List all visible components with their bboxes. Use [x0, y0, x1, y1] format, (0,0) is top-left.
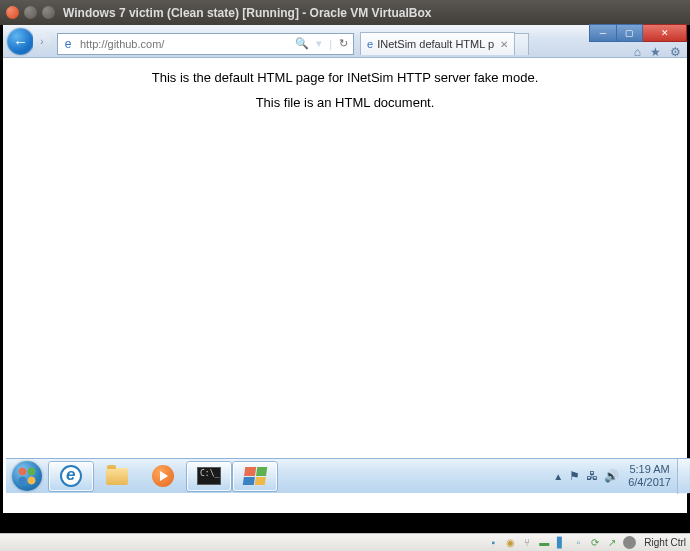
tray-overflow-icon[interactable]: ▲ — [550, 471, 566, 482]
vb-optical-icon[interactable]: ◉ — [503, 536, 517, 550]
host-close-button[interactable] — [6, 6, 19, 19]
folder-icon — [106, 468, 128, 485]
ie-toolbar: ─ ▢ ✕ ← › e 🔍 ▾ | ↻ — [3, 25, 687, 58]
virtualbox-statusbar: ▪ ◉ ⑂ ▬ ▋ ▫ ⟳ ↗ Right Ctrl — [0, 533, 690, 551]
windows-flag-icon — [243, 467, 268, 485]
show-desktop-button[interactable] — [677, 459, 689, 494]
vb-usb-icon[interactable]: ⑂ — [520, 536, 534, 550]
tab-title: INetSim default HTML page — [377, 38, 494, 50]
ie-minimize-button[interactable]: ─ — [589, 24, 617, 42]
tray-network-icon[interactable]: 🖧 — [583, 469, 601, 483]
host-maximize-button[interactable] — [42, 6, 55, 19]
tray-date: 6/4/2017 — [628, 476, 671, 489]
address-bar-buttons: 🔍 ▾ | ↻ — [292, 37, 353, 50]
tools-icon[interactable]: ⚙ — [670, 45, 681, 59]
cmd-icon: C:\_ — [197, 467, 221, 485]
ie-window-buttons: ─ ▢ ✕ — [589, 24, 687, 42]
ie-favicon-icon: e — [58, 37, 78, 51]
taskbar-explorer[interactable] — [95, 462, 139, 491]
ie-command-bar: ⌂ ★ ⚙ — [634, 45, 681, 59]
page-line-1: This is the default HTML page for INetSi… — [3, 70, 687, 85]
taskbar-ie[interactable] — [49, 462, 93, 491]
forward-button[interactable]: › — [33, 32, 51, 50]
page-line-2: This file is an HTML document. — [3, 95, 687, 110]
start-button[interactable] — [6, 459, 48, 494]
vm-frame: ─ ▢ ✕ ← › e 🔍 ▾ | ↻ — [0, 25, 690, 533]
ie-maximize-button[interactable]: ▢ — [617, 24, 643, 42]
host-minimize-button[interactable] — [24, 6, 37, 19]
vb-recording-icon[interactable]: ⟳ — [588, 536, 602, 550]
tab-strip: e INetSim default HTML page ✕ — [360, 32, 529, 55]
ie-close-button[interactable]: ✕ — [643, 24, 687, 42]
back-button[interactable]: ← — [7, 28, 34, 55]
vm-screen: ─ ▢ ✕ ← › e 🔍 ▾ | ↻ — [3, 25, 687, 513]
taskbar-window[interactable] — [233, 462, 277, 491]
host-window-buttons — [6, 6, 55, 19]
system-tray: ▲ ⚑ 🖧 🔊 5:19 AM 6/4/2017 — [550, 459, 690, 494]
mediaplayer-icon — [152, 465, 174, 487]
windows-orb-icon — [12, 461, 42, 491]
ie-icon — [60, 465, 82, 487]
vb-shared-folders-icon[interactable]: ▋ — [554, 536, 568, 550]
vb-keyboard-icon[interactable] — [622, 536, 636, 550]
host-titlebar: Windows 7 victim (Clean state) [Running]… — [0, 0, 690, 25]
vb-network-icon[interactable]: ▬ — [537, 536, 551, 550]
tray-volume-icon[interactable]: 🔊 — [601, 469, 622, 483]
arrow-left-icon: ← — [13, 33, 28, 50]
home-icon[interactable]: ⌂ — [634, 45, 641, 59]
url-input[interactable] — [78, 34, 292, 54]
taskbar-mediaplayer[interactable] — [141, 462, 185, 491]
vb-display-icon[interactable]: ▫ — [571, 536, 585, 550]
vb-harddisk-icon[interactable]: ▪ — [486, 536, 500, 550]
tab-active[interactable]: e INetSim default HTML page ✕ — [360, 32, 515, 55]
windows-taskbar: C:\_ ▲ ⚑ 🖧 🔊 5:19 AM 6/4/2017 — [6, 458, 690, 493]
vb-mouse-integration-icon[interactable]: ↗ — [605, 536, 619, 550]
page-content: This is the default HTML page for INetSi… — [3, 58, 687, 110]
tab-favicon-icon: e — [367, 38, 373, 50]
host-title: Windows 7 victim (Clean state) [Running]… — [63, 6, 431, 20]
new-tab-button[interactable] — [515, 33, 529, 55]
tray-clock[interactable]: 5:19 AM 6/4/2017 — [622, 463, 677, 488]
favorites-icon[interactable]: ★ — [650, 45, 661, 59]
vb-hostkey-label: Right Ctrl — [642, 537, 686, 548]
search-dropdown-icon[interactable]: 🔍 — [292, 37, 312, 50]
arrow-right-icon: › — [40, 36, 43, 47]
tray-time: 5:19 AM — [628, 463, 671, 476]
tray-action-center-icon[interactable]: ⚑ — [566, 469, 583, 483]
refresh-icon[interactable]: ↻ — [336, 37, 351, 50]
address-bar[interactable]: e 🔍 ▾ | ↻ — [57, 33, 354, 55]
taskbar-cmd[interactable]: C:\_ — [187, 462, 231, 491]
vb-status-icons: ▪ ◉ ⑂ ▬ ▋ ▫ ⟳ ↗ — [486, 536, 636, 550]
tab-close-icon[interactable]: ✕ — [500, 39, 508, 50]
